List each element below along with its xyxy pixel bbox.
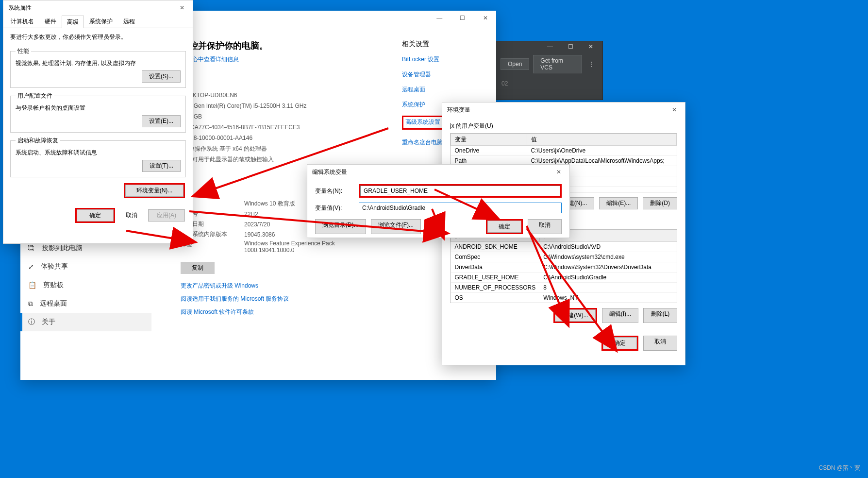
perf-desc: 视觉效果, 处理器计划, 内存使用, 以及虚拟内存 bbox=[16, 59, 181, 68]
uuid-value: 642CA77C-4034-4516-8B7F-7B15E7FEFCE3 bbox=[181, 122, 383, 133]
col-var: 变量 bbox=[451, 134, 527, 146]
close-icon[interactable]: ✕ bbox=[548, 165, 569, 179]
perf-legend: 性能 bbox=[16, 47, 31, 55]
user-vars-legend: jx 的用户变量(U) bbox=[442, 117, 685, 131]
minimize-icon[interactable]: — bbox=[429, 11, 450, 25]
watermark: CSDN @落丶寞 bbox=[818, 464, 860, 472]
profile-desc: 与登录帐户相关的桌面设置 bbox=[16, 104, 181, 112]
maximize-icon[interactable]: ☐ bbox=[452, 11, 473, 25]
var-value-label: 变量值(V): bbox=[315, 204, 352, 212]
sys-new-button[interactable]: 新建(W)... bbox=[555, 309, 595, 322]
dialog-title: 编辑系统变量 bbox=[312, 165, 347, 179]
table-row[interactable]: PathC:\Windows\system32;C:\Windows;C:\Wi… bbox=[451, 303, 678, 304]
dialog-title: 环境变量 bbox=[447, 102, 470, 117]
sys-edit-button[interactable]: 编辑(I)... bbox=[602, 308, 638, 323]
maximize-icon[interactable]: ☐ bbox=[561, 43, 580, 50]
more-icon[interactable]: ⋮ bbox=[586, 61, 598, 68]
ide-open-button[interactable]: Open bbox=[501, 58, 529, 70]
close-icon[interactable]: ✕ bbox=[171, 0, 193, 15]
sidebar-item-label: 远程桌面 bbox=[40, 299, 67, 308]
startup-group: 启动和故障恢复 系统启动、系统故障和调试信息 设置(T)... bbox=[10, 137, 186, 177]
var-value-input[interactable] bbox=[359, 203, 562, 213]
edit-variable-dialog: 编辑系统变量 ✕ 变量名(N): 变量值(V): 浏览目录(D)... 浏览文件… bbox=[307, 164, 570, 238]
edit-ok-button[interactable]: 确定 bbox=[487, 221, 521, 233]
ram-value: 6.00 GB bbox=[181, 111, 383, 122]
table-row[interactable]: ComSpecC:\Windows\system32\cmd.exe bbox=[451, 252, 678, 262]
remote-icon: ⧉ bbox=[28, 300, 33, 308]
advanced-system-settings-link[interactable]: 高级系统设置 bbox=[405, 119, 440, 125]
sidebar-item-label: 关于 bbox=[42, 318, 55, 326]
var-name-input[interactable] bbox=[360, 186, 560, 196]
devmgr-link[interactable]: 设备管理器 bbox=[402, 70, 484, 79]
cancel-button[interactable]: 取消 bbox=[119, 210, 144, 221]
ok-button[interactable]: 确定 bbox=[77, 209, 114, 222]
perf-settings-button[interactable]: 设置(S)... bbox=[142, 70, 181, 83]
tab-remote[interactable]: 远程 bbox=[118, 15, 140, 28]
pc-name: DESKTOP-UDB0EN6 bbox=[181, 90, 383, 101]
sys-delete-button[interactable]: 删除(L) bbox=[643, 308, 677, 323]
env-cancel-button[interactable]: 取消 bbox=[643, 336, 677, 351]
clipboard-icon: 📋 bbox=[28, 281, 36, 289]
ide-vcs-button[interactable]: Get from VCS bbox=[533, 55, 582, 73]
close-icon[interactable]: ✕ bbox=[475, 11, 496, 25]
edit-cancel-button[interactable]: 取消 bbox=[528, 219, 562, 234]
performance-group: 性能 视觉效果, 处理器计划, 内存使用, 以及虚拟内存 设置(S)... bbox=[10, 47, 186, 88]
bitlocker-link[interactable]: BitLocker 设置 bbox=[402, 55, 484, 64]
license-link[interactable]: 阅读 Microsoft 软件许可条款 bbox=[181, 308, 383, 316]
sidebar-item-label: 投影到此电脑 bbox=[42, 244, 83, 253]
tab-bar: 计算机名 硬件 高级 系统保护 远程 bbox=[3, 15, 193, 28]
user-delete-button[interactable]: 删除(D) bbox=[643, 197, 677, 209]
os-type: 64 位操作系统 基于 x64 的处理器 bbox=[181, 143, 383, 154]
cpu-value: 12th Gen Intel(R) Core(TM) i5-12500H 3.1… bbox=[181, 101, 383, 111]
col-val: 值 bbox=[527, 134, 677, 146]
sidebar-item-about[interactable]: ⓘ关于 bbox=[20, 313, 151, 331]
table-row[interactable]: GRADLE_USER_HOMEC:\AndroidStudio\Gradle bbox=[451, 273, 678, 283]
info-icon: ⓘ bbox=[28, 318, 35, 326]
table-row[interactable]: NUMBER_OF_PROCESSORS8 bbox=[451, 283, 678, 293]
table-row[interactable]: OneDriveC:\Users\jx\OneDrive bbox=[451, 146, 677, 156]
tab-computer-name[interactable]: 计算机名 bbox=[5, 15, 39, 28]
profile-settings-button[interactable]: 设置(E)... bbox=[142, 115, 181, 127]
table-row[interactable]: ANDROID_SDK_HOMEC:\AndroidStudio\AVD bbox=[451, 242, 678, 252]
startup-desc: 系统启动、系统故障和调试信息 bbox=[16, 149, 181, 157]
sidebar-item-share[interactable]: ⤢体验共享 bbox=[20, 257, 151, 276]
upgrade-link[interactable]: 更改产品密钥或升级 Windows bbox=[181, 282, 383, 290]
copy-button[interactable]: 复制 bbox=[181, 262, 215, 274]
env-vars-button[interactable]: 环境变量(N)... bbox=[125, 185, 184, 197]
table-row[interactable]: OSWindows_NT bbox=[451, 293, 678, 303]
startup-legend: 启动和故障恢复 bbox=[16, 137, 60, 145]
sidebar-item-remote[interactable]: ⧉远程桌面 bbox=[20, 294, 151, 313]
pen-touch: 没有可用于此显示器的笔或触控输入 bbox=[181, 154, 383, 165]
rdp-link[interactable]: 远程桌面 bbox=[402, 85, 484, 94]
apply-button[interactable]: 应用(A) bbox=[148, 209, 185, 222]
startup-settings-button[interactable]: 设置(T)... bbox=[142, 160, 181, 172]
ide-extra-text: 02 bbox=[496, 76, 602, 91]
product-id: 00328-10000-00001-AA146 bbox=[181, 133, 383, 143]
env-ok-button[interactable]: 确定 bbox=[603, 337, 637, 349]
close-icon[interactable]: ✕ bbox=[581, 43, 601, 50]
system-properties-dialog: 系统属性 ✕ 计算机名 硬件 高级 系统保护 远程 要进行大多数更改，你必须作为… bbox=[3, 0, 193, 244]
tab-hardware[interactable]: 硬件 bbox=[39, 15, 62, 28]
terms-link[interactable]: 阅读适用于我们服务的 Microsoft 服务协议 bbox=[181, 295, 383, 303]
close-icon[interactable]: ✕ bbox=[664, 102, 685, 117]
project-icon: ⿻ bbox=[28, 244, 35, 252]
var-name-label: 变量名(N): bbox=[315, 187, 352, 195]
table-row[interactable]: DriverDataC:\Windows\System32\Drivers\Dr… bbox=[451, 262, 678, 273]
intro-text: 要进行大多数更改，你必须作为管理员登录。 bbox=[3, 28, 193, 43]
related-heading: 相关设置 bbox=[402, 40, 484, 49]
tab-system-protection[interactable]: 系统保护 bbox=[84, 15, 118, 28]
ide-window: — ☐ ✕ Open Get from VCS ⋮ 02 bbox=[495, 41, 603, 100]
sidebar-item-clipboard[interactable]: 📋剪贴板 bbox=[20, 276, 151, 294]
share-icon: ⤢ bbox=[28, 263, 34, 271]
browse-file-button[interactable]: 浏览文件(F)... bbox=[371, 219, 421, 234]
sys-vars-list[interactable]: 变量 值 ANDROID_SDK_HOMEC:\AndroidStudio\AV… bbox=[450, 229, 677, 303]
security-center-link[interactable]: 全中心中查看详细信息 bbox=[181, 55, 383, 64]
user-edit-button[interactable]: 编辑(E)... bbox=[599, 197, 638, 209]
sidebar-item-label: 体验共享 bbox=[41, 262, 68, 271]
minimize-icon[interactable]: — bbox=[540, 43, 560, 50]
dialog-title: 系统属性 bbox=[8, 0, 32, 15]
profile-group: 用户配置文件 与登录帐户相关的桌面设置 设置(E)... bbox=[10, 92, 186, 133]
tab-advanced[interactable]: 高级 bbox=[62, 16, 84, 28]
browse-dir-button[interactable]: 浏览目录(D)... bbox=[315, 219, 366, 234]
sidebar-item-label: 剪贴板 bbox=[43, 281, 64, 290]
